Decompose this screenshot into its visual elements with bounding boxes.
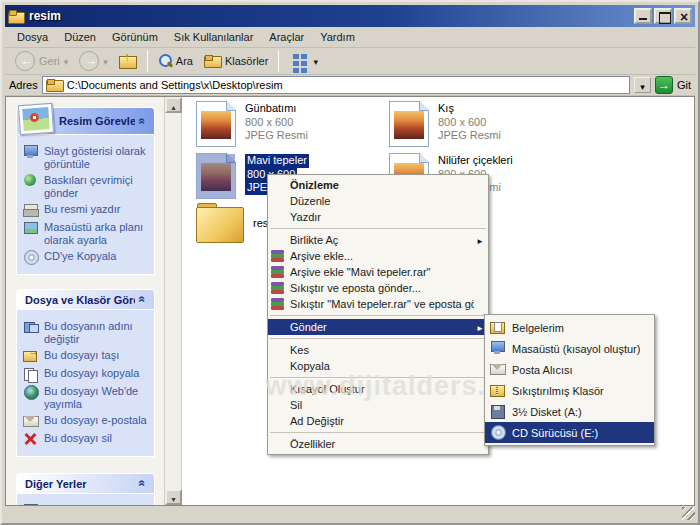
views-button[interactable] <box>285 50 322 73</box>
up-button[interactable] <box>115 51 141 71</box>
context-menu-item[interactable]: Ad Değiştir <box>268 413 488 429</box>
menu-separator <box>270 432 486 433</box>
context-menu-item[interactable]: Arşive ekle... <box>268 248 488 264</box>
go-button[interactable]: Git <box>655 76 691 94</box>
submenu-item[interactable]: 3½ Disket (A:) <box>485 401 654 422</box>
panel-file-folder-tasks: Dosya ve Klasör Görevleri Bu dosyanın ad… <box>16 289 155 457</box>
up-folder-icon <box>119 53 137 69</box>
maximize-button[interactable] <box>654 8 672 24</box>
menu-item-icon <box>270 343 288 357</box>
task-link[interactable]: Bu resmi yazdır <box>23 203 152 217</box>
context-menu-item[interactable]: Sil <box>268 397 488 413</box>
place-link[interactable]: Masaüstü <box>23 504 152 505</box>
menu-separator <box>270 228 486 229</box>
window-bottom-edge <box>5 506 695 520</box>
menubar-item[interactable]: Görünüm <box>104 28 166 46</box>
menu-item-icon <box>270 233 288 247</box>
toolbar-separator <box>278 50 279 72</box>
menubar-item[interactable]: Dosya <box>9 28 56 46</box>
context-menu-item[interactable]: Kes <box>268 342 488 358</box>
scroll-up-button[interactable] <box>165 97 182 113</box>
context-menu-item[interactable]: Yazdır <box>268 209 488 225</box>
menubar-item[interactable]: Düzen <box>56 28 104 46</box>
task-link[interactable]: Bu dosyayı kopyala <box>23 367 152 381</box>
submenu-item-icon <box>490 341 506 356</box>
task-link[interactable]: Masaüstü arka planı olarak ayarla <box>23 221 152 246</box>
context-menu-item[interactable]: Sıkıştır ve eposta gönder... <box>268 280 488 296</box>
context-menu-item[interactable]: Sıkıştır "Mavi tepeler.rar" ve eposta gö… <box>268 296 488 312</box>
folders-icon <box>204 55 221 68</box>
context-menu-item[interactable]: Özellikler <box>268 436 488 452</box>
task-icon <box>23 174 38 188</box>
address-input[interactable]: C:\Documents and Settings\x\Desktop\resi… <box>42 76 630 94</box>
task-icon <box>23 349 38 363</box>
menu-item-icon <box>270 281 288 295</box>
task-icon <box>23 221 38 235</box>
task-icon <box>23 203 38 217</box>
resize-grip[interactable] <box>682 507 695 520</box>
menu-item-icon <box>270 437 288 451</box>
image-file-icon <box>196 153 236 199</box>
panel-picture-tasks: Resim Görevleri Slayt gösterisi olarak g… <box>16 107 155 275</box>
address-dropdown-button[interactable] <box>634 77 651 93</box>
panel-other-places: Diğer Yerler Masaüstü Resimlerim <box>16 473 155 505</box>
file-name: Günbatımı <box>245 102 296 116</box>
title-bar[interactable]: resim <box>5 5 695 27</box>
image-file-icon <box>389 101 429 147</box>
panel-header[interactable]: Resim Görevleri <box>16 107 155 135</box>
back-button[interactable]: Geri <box>11 49 72 73</box>
task-icon <box>23 320 38 334</box>
task-link[interactable]: Bu dosyayı Web'de yayımla <box>23 385 152 410</box>
context-menu-item[interactable]: Birlikte Aç <box>268 232 488 248</box>
submenu-item[interactable]: Masaüstü (kısayol oluştur) <box>485 338 654 359</box>
folders-button[interactable]: Klasörler <box>200 53 272 70</box>
menu-separator <box>270 315 486 316</box>
task-icon <box>23 432 38 446</box>
file-type: JPEG Resmi <box>438 129 501 143</box>
menu-item-icon <box>270 194 288 208</box>
task-link[interactable]: Slayt gösterisi olarak görüntüle <box>23 145 152 170</box>
context-menu-item[interactable]: Gönder <box>268 319 488 335</box>
scroll-down-button[interactable] <box>165 489 182 505</box>
chevron-up-icon[interactable] <box>135 476 150 491</box>
menubar-item[interactable]: Araçlar <box>261 28 312 46</box>
chevron-up-icon[interactable] <box>135 114 150 129</box>
menubar-item[interactable]: Sık Kullanılanlar <box>166 28 262 46</box>
submenu-item[interactable]: CD Sürücüsü (E:) <box>485 422 654 443</box>
submenu-item-icon <box>490 383 506 398</box>
task-link[interactable]: Bu dosyayı sil <box>23 432 152 446</box>
context-menu-item[interactable]: Kısayol Oluştur <box>268 381 488 397</box>
panel-header[interactable]: Diğer Yerler <box>16 473 155 494</box>
task-link[interactable]: Bu dosyanın adını değiştir <box>23 320 152 345</box>
context-menu-item[interactable]: Düzenle <box>268 193 488 209</box>
sidebar-scrollbar[interactable] <box>165 97 182 505</box>
panel-header[interactable]: Dosya ve Klasör Görevleri <box>16 289 155 310</box>
menu-item-icon <box>270 414 288 428</box>
task-icon <box>23 385 38 399</box>
submenu-item-icon <box>490 425 506 440</box>
file-tile[interactable]: Kış 800 x 600 JPEG Resmi <box>389 101 582 153</box>
task-link[interactable]: Baskıları çevrimiçi gönder <box>23 174 152 199</box>
chevron-up-icon[interactable] <box>135 292 150 307</box>
menu-separator <box>270 377 486 378</box>
task-icon <box>23 414 38 428</box>
task-link[interactable]: Bu dosyayı taşı <box>23 349 152 363</box>
context-menu-item[interactable]: Arşive ekle "Mavi tepeler.rar" <box>268 264 488 280</box>
file-tile[interactable]: Günbatımı 800 x 600 JPEG Resmi <box>196 101 389 153</box>
submenu-item[interactable]: Posta Alıcısı <box>485 359 654 380</box>
forward-button[interactable] <box>75 49 112 73</box>
menubar-item[interactable]: Yardım <box>312 28 363 46</box>
context-menu-item[interactable]: Önizleme <box>268 177 488 193</box>
menu-item-icon <box>270 210 288 224</box>
task-pane: Resim Görevleri Slayt gösterisi olarak g… <box>6 97 165 505</box>
file-dimensions: 800 x 600 <box>245 116 293 130</box>
search-button[interactable]: Ara <box>154 52 197 70</box>
task-link[interactable]: CD'ye Kopyala <box>23 250 152 264</box>
submenu-item[interactable]: Sıkıştırılmış Klasör <box>485 380 654 401</box>
minimize-button[interactable] <box>634 8 652 24</box>
submenu-item[interactable]: Belgelerim <box>485 317 654 338</box>
context-menu-item[interactable]: Kopyala <box>268 358 488 374</box>
task-link[interactable]: Bu dosyayı e-postala <box>23 414 152 428</box>
address-path: C:\Documents and Settings\x\Desktop\resi… <box>67 79 283 91</box>
close-button[interactable] <box>674 8 692 24</box>
